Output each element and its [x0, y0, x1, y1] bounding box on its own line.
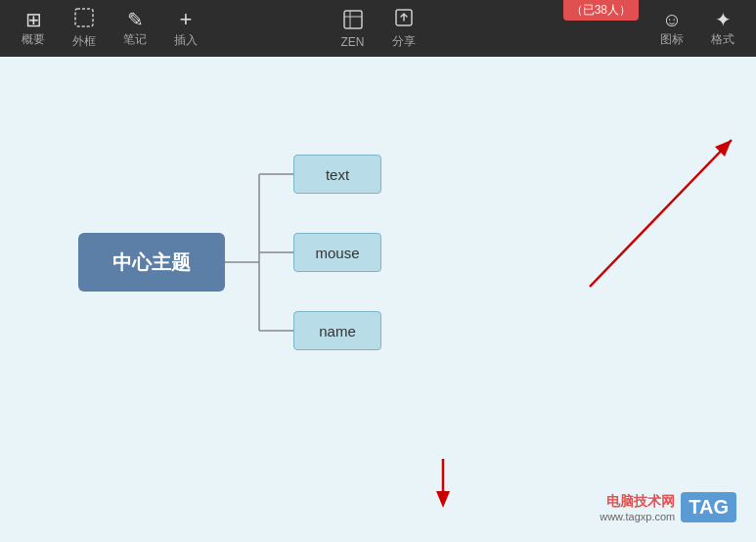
svg-marker-11 — [436, 491, 450, 508]
toolbar-item-format[interactable]: ✦ 格式 — [697, 4, 748, 54]
format-label: 格式 — [711, 31, 734, 48]
toolbar: ⊞ 概要 外框 ✎ 笔记 + 插入 — [0, 0, 756, 57]
toolbar-right: ☺ 图标 ✦ 格式 — [646, 4, 748, 54]
outline-label: 外框 — [72, 33, 96, 50]
watermark-site-url: www.tagxp.com — [600, 511, 675, 522]
share-label: 分享 — [392, 33, 416, 50]
svg-marker-9 — [715, 140, 732, 157]
toolbar-item-overview[interactable]: ⊞ 概要 — [8, 4, 59, 54]
insert-icon: + — [180, 9, 193, 30]
notes-label: 笔记 — [123, 31, 147, 48]
format-icon: ✦ — [715, 10, 732, 29]
svg-rect-1 — [344, 11, 362, 28]
svg-rect-0 — [75, 9, 93, 26]
zen-icon — [342, 9, 364, 33]
toolbar-left: ⊞ 概要 外框 ✎ 笔记 + 插入 — [8, 1, 211, 56]
top-banner: （已38人） — [563, 0, 639, 21]
branch-node-name[interactable]: name — [293, 311, 381, 350]
toolbar-item-outline[interactable]: 外框 — [59, 1, 110, 56]
red-arrow-bottom — [428, 454, 458, 508]
zen-label: ZEN — [341, 35, 365, 49]
watermark-site-name: 电脑技术网 — [606, 493, 675, 511]
red-arrow-top-right — [570, 125, 746, 301]
toolbar-center: ZEN 分享 — [328, 1, 429, 56]
toolbar-item-notes[interactable]: ✎ 笔记 — [110, 4, 160, 54]
central-node[interactable]: 中心主题 — [78, 233, 225, 292]
toolbar-item-insert[interactable]: + 插入 — [160, 3, 211, 55]
svg-line-8 — [590, 140, 732, 287]
emoji-icon: ☺ — [662, 10, 682, 29]
insert-label: 插入 — [174, 32, 198, 49]
watermark-tag: TAG — [681, 492, 736, 522]
notes-icon: ✎ — [127, 10, 144, 29]
branch-node-mouse[interactable]: mouse — [293, 233, 381, 272]
outline-icon — [73, 7, 95, 31]
toolbar-item-share[interactable]: 分享 — [378, 1, 429, 56]
toolbar-item-zen[interactable]: ZEN — [328, 3, 378, 55]
canvas-area[interactable]: 中心主题 text mouse name 电脑技术网 www.tagxp.com — [0, 57, 756, 542]
toolbar-item-emoji[interactable]: ☺ 图标 — [646, 4, 697, 54]
share-icon — [393, 7, 415, 31]
branch-node-text[interactable]: text — [293, 155, 381, 194]
watermark-text: 电脑技术网 www.tagxp.com — [600, 493, 675, 522]
emoji-label: 图标 — [660, 31, 684, 48]
overview-icon: ⊞ — [25, 10, 42, 29]
watermark: 电脑技术网 www.tagxp.com TAG — [600, 492, 736, 522]
overview-label: 概要 — [22, 31, 45, 48]
